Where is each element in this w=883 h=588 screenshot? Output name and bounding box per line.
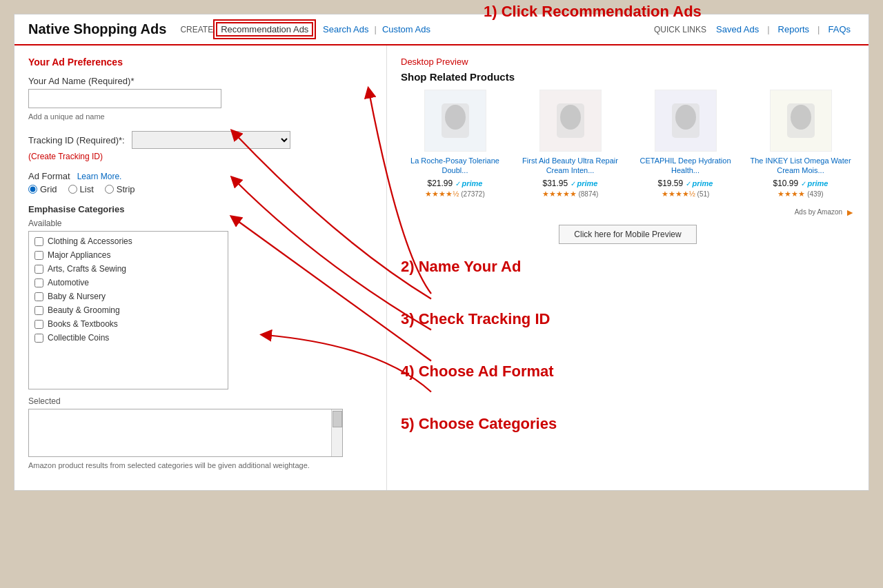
svg-point-7 <box>791 105 811 130</box>
product-image <box>539 90 602 152</box>
product-name[interactable]: The INKEY List Omega Water Cream Mois... <box>746 156 855 176</box>
product-image <box>655 90 717 152</box>
category-checkbox[interactable] <box>34 278 43 287</box>
format-grid-radio[interactable] <box>28 185 37 194</box>
category-label: Baby & Nursery <box>48 292 106 301</box>
prime-check-icon: ✓ <box>571 180 576 187</box>
product-card: CETAPHIL Deep Hydration Health...$19.59 … <box>631 90 740 199</box>
ad-name-group: Your Ad Name (Required)* Add a unique ad… <box>28 76 373 121</box>
quick-link-reports[interactable]: Reports <box>774 23 814 36</box>
product-stars: ★★★★★ (8874) <box>516 190 624 199</box>
product-card: The INKEY List Omega Water Cream Mois...… <box>746 90 855 199</box>
product-name[interactable]: CETAPHIL Deep Hydration Health... <box>631 156 740 176</box>
category-checkbox[interactable] <box>34 251 43 260</box>
app-title: Native Shopping Ads <box>28 21 166 37</box>
quick-links-label: QUICK LINKS <box>654 25 706 34</box>
category-checkbox[interactable] <box>34 265 43 274</box>
category-checkbox[interactable] <box>34 320 43 329</box>
product-review-count: (8874) <box>577 190 599 198</box>
svg-point-5 <box>675 105 696 130</box>
format-list-label[interactable]: List <box>68 184 94 194</box>
left-panel: Your Ad Preferences Your Ad Name (Requir… <box>14 45 387 490</box>
prime-text: prime <box>577 179 598 187</box>
prime-text: prime <box>693 179 713 187</box>
category-checkbox[interactable] <box>34 306 43 315</box>
category-checkbox[interactable] <box>34 334 43 343</box>
ql-sep-2: | <box>816 24 821 34</box>
learn-more-link[interactable]: Learn More. <box>77 172 122 181</box>
categories-group: Emphasise Categories Available Clothing … <box>28 204 373 469</box>
annotation-step3: 3) Check Tracking ID <box>401 310 855 328</box>
right-panel: Desktop Preview Shop Related Products La… <box>387 45 869 490</box>
list-item: Books & Textbooks <box>29 317 228 331</box>
ad-name-input[interactable] <box>28 89 221 108</box>
list-item: Beauty & Grooming <box>29 303 228 317</box>
tracking-select[interactable] <box>132 131 290 149</box>
format-radio-group: Grid List Strip <box>28 184 373 194</box>
list-item: Baby & Nursery <box>29 290 228 303</box>
main-nav: CREATE Recommendation Ads Search Ads | C… <box>180 22 654 37</box>
product-review-count: (27372) <box>459 190 484 198</box>
selected-label: Selected <box>28 396 373 406</box>
prime-check-icon: ✓ <box>801 180 806 187</box>
list-item: Arts, Crafts & Sewing <box>29 262 228 276</box>
category-label: Automotive <box>48 278 89 287</box>
prime-check-icon: ✓ <box>455 180 461 187</box>
prime-text: prime <box>462 179 483 187</box>
nav-recommendation-ads[interactable]: Recommendation Ads <box>216 22 313 37</box>
annotation-step5: 5) Choose Categories <box>401 415 855 433</box>
tracking-group: Tracking ID (Required)*: (Create Trackin… <box>28 131 373 161</box>
quick-link-saved-ads[interactable]: Saved Ads <box>712 23 763 36</box>
category-label: Major Appliances <box>48 250 110 260</box>
preview-title: Desktop Preview <box>401 57 855 67</box>
product-review-count: (439) <box>805 190 823 198</box>
quick-links: QUICK LINKS Saved Ads | Reports | FAQs <box>654 23 855 36</box>
product-image <box>770 90 832 152</box>
list-item: Clothing & Accessories <box>29 234 228 248</box>
section-title: Your Ad Preferences <box>28 57 373 68</box>
product-price: $19.59 ✓prime <box>631 179 740 188</box>
category-checkbox[interactable] <box>34 292 43 301</box>
list-item: Major Appliances <box>29 248 228 262</box>
category-label: Clothing & Accessories <box>48 236 132 246</box>
format-strip-radio[interactable] <box>105 185 114 194</box>
content-area: Your Ad Preferences Your Ad Name (Requir… <box>14 45 869 490</box>
product-stars: ★★★★½ (27372) <box>401 190 509 199</box>
annotation-step2: 2) Name Your Ad <box>401 258 855 276</box>
format-strip-text: Strip <box>117 184 135 194</box>
list-item: Automotive <box>29 276 228 290</box>
list-item: Collectible Coins <box>29 331 228 345</box>
nav-sep-1 <box>313 24 319 34</box>
product-name[interactable]: La Roche-Posay Toleriane Doubl... <box>401 156 509 176</box>
format-list-radio[interactable] <box>68 185 77 194</box>
create-tracking-link[interactable]: (Create Tracking ID) <box>28 152 373 161</box>
selected-box <box>28 409 343 457</box>
nav-custom-ads[interactable]: Custom Ads <box>378 23 435 36</box>
product-card: First Aid Beauty Ultra Repair Cream Inte… <box>516 90 624 199</box>
format-strip-label[interactable]: Strip <box>105 184 135 194</box>
product-name[interactable]: First Aid Beauty Ultra Repair Cream Inte… <box>516 156 624 176</box>
mobile-preview-button[interactable]: Click here for Mobile Preview <box>559 225 697 244</box>
ads-by-label: Ads by Amazon <box>795 208 842 216</box>
ad-format-group: Ad Format Learn More. Grid List Strip <box>28 171 373 194</box>
product-stars: ★★★★ (439) <box>746 190 855 199</box>
selected-scrollbar[interactable] <box>331 409 342 456</box>
quick-link-faqs[interactable]: FAQs <box>824 23 855 36</box>
ad-name-hint: Add a unique ad name <box>28 112 105 121</box>
nav-search-ads[interactable]: Search Ads <box>319 23 373 36</box>
ad-format-label: Ad Format <box>28 171 70 181</box>
prime-text: prime <box>808 179 829 187</box>
category-label: Books & Textbooks <box>48 319 118 329</box>
product-stars: ★★★★½ (51) <box>631 190 740 199</box>
tracking-label: Tracking ID (Required)*: <box>28 135 125 145</box>
category-listbox[interactable]: Clothing & AccessoriesMajor AppliancesAr… <box>28 231 228 389</box>
category-checkbox[interactable] <box>34 237 43 246</box>
available-label: Available <box>28 219 373 228</box>
annotation-step4: 4) Choose Ad Format <box>401 363 855 381</box>
category-label: Beauty & Grooming <box>48 305 120 315</box>
svg-point-3 <box>560 105 581 130</box>
category-label: Collectible Coins <box>48 333 109 343</box>
ads-logo-icon: ► <box>845 207 855 218</box>
format-grid-label[interactable]: Grid <box>28 184 57 194</box>
annotation-step1: 1) Click Recommendation Ads <box>484 3 702 21</box>
